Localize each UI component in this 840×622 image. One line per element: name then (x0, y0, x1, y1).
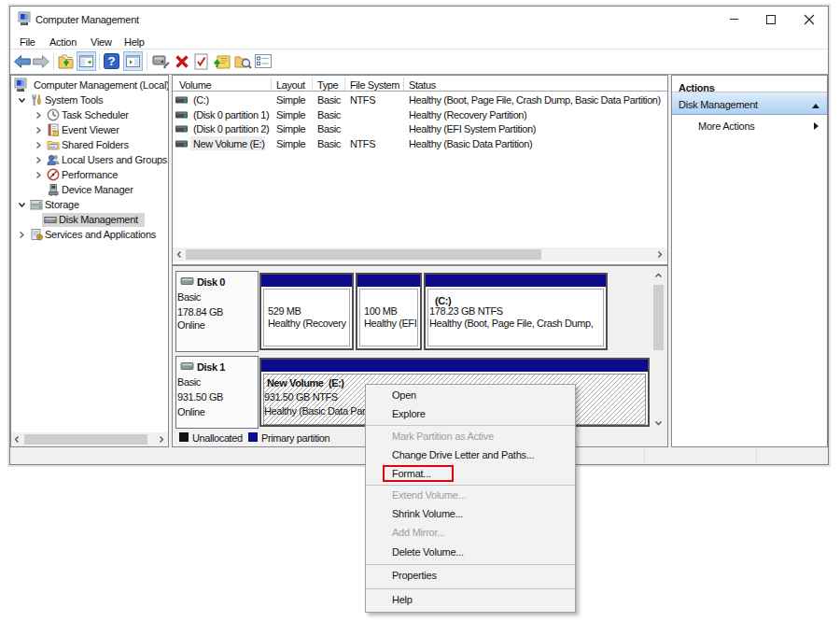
svg-text:?: ? (108, 54, 116, 68)
svg-text:22: 22 (50, 144, 56, 148)
